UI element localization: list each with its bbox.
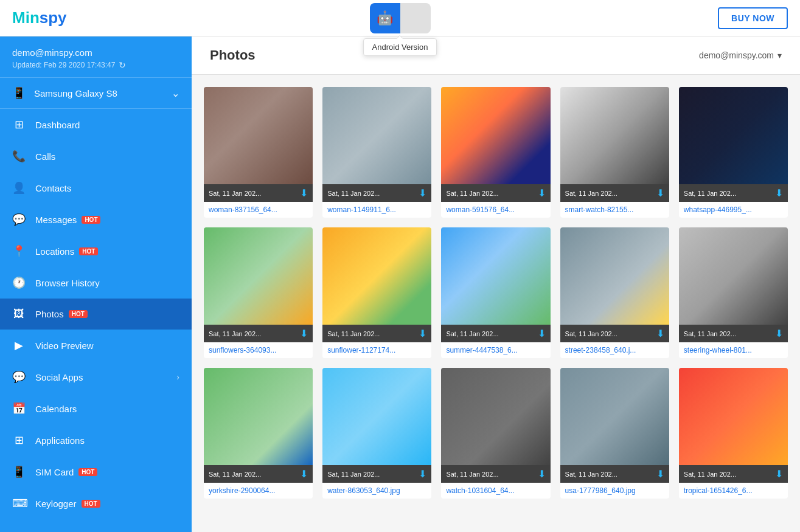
photo-card[interactable]: Sat, 11 Jan 202...⬇yorkshire-2900064... xyxy=(204,368,313,499)
content-header: Photos demo@minspy.com ▾ xyxy=(192,36,800,75)
sidebar-label-locations: Locations xyxy=(35,246,74,257)
photo-date: Sat, 11 Jan 202... xyxy=(209,190,261,197)
refresh-icon[interactable]: ↻ xyxy=(119,60,126,70)
photo-thumbnail xyxy=(679,368,788,465)
android-btn[interactable]: 🤖 xyxy=(370,3,400,33)
photo-download-button[interactable]: ⬇ xyxy=(300,187,308,199)
photo-date-bar: Sat, 11 Jan 202...⬇ xyxy=(679,325,788,342)
photo-download-button[interactable]: ⬇ xyxy=(538,187,546,199)
photo-date-bar: Sat, 11 Jan 202...⬇ xyxy=(441,184,550,202)
photo-filename: woman-591576_64... xyxy=(441,202,550,218)
photo-card[interactable]: Sat, 11 Jan 202...⬇watch-1031604_64... xyxy=(441,368,550,499)
sidebar-item-contacts[interactable]: 👤 Contacts xyxy=(0,172,192,204)
sidebar-item-locations[interactable]: 📍 Locations HOT xyxy=(0,235,192,267)
photo-card[interactable]: Sat, 11 Jan 202...⬇sunflower-1127174... xyxy=(322,227,431,358)
sidebar-item-video-preview[interactable]: ▶ Video Preview xyxy=(0,330,192,361)
photo-date: Sat, 11 Jan 202... xyxy=(684,330,736,337)
sidebar-label-social-apps: Social Apps xyxy=(35,372,83,382)
photo-card[interactable]: Sat, 11 Jan 202...⬇woman-1149911_6... xyxy=(322,87,431,218)
android-icon: 🤖 xyxy=(377,10,393,26)
chevron-down-icon: ▾ xyxy=(777,50,782,60)
user-dropdown[interactable]: demo@minspy.com ▾ xyxy=(699,50,782,60)
calls-icon: 📞 xyxy=(12,150,26,163)
sidebar-item-messages[interactable]: 💬 Messages HOT xyxy=(0,204,192,235)
photo-date: Sat, 11 Jan 202... xyxy=(684,471,736,478)
photo-date: Sat, 11 Jan 202... xyxy=(327,190,380,197)
photo-download-button[interactable]: ⬇ xyxy=(775,468,783,480)
sim-card-icon: 📱 xyxy=(12,465,26,478)
os-switcher: 🤖 Android Version xyxy=(370,3,431,33)
locations-icon: 📍 xyxy=(12,244,26,258)
sidebar-item-calls[interactable]: 📞 Calls xyxy=(0,140,192,172)
sidebar-label-calendars: Calendars xyxy=(35,404,77,414)
photo-thumbnail xyxy=(441,368,550,465)
dashboard-icon: ⊞ xyxy=(12,118,26,131)
photo-card[interactable]: Sat, 11 Jan 202...⬇street-238458_640.j..… xyxy=(560,227,669,358)
sidebar-item-dashboard[interactable]: ⊞ Dashboard xyxy=(0,109,192,140)
photo-filename: sunflowers-364093... xyxy=(204,342,313,358)
sidebar-item-browser-history[interactable]: 🕐 Browser History xyxy=(0,267,192,299)
photo-download-button[interactable]: ⬇ xyxy=(775,187,783,199)
device-selector[interactable]: 📱 Samsung Galaxy S8 ⌄ xyxy=(0,78,192,109)
sidebar-item-calendars[interactable]: 📅 Calendars xyxy=(0,393,192,424)
photo-card[interactable]: Sat, 11 Jan 202...⬇steering-wheel-801... xyxy=(679,227,788,358)
video-preview-icon: ▶ xyxy=(12,339,26,352)
photo-download-button[interactable]: ⬇ xyxy=(419,468,426,480)
locations-badge: HOT xyxy=(79,247,98,255)
photo-card[interactable]: Sat, 11 Jan 202...⬇woman-591576_64... xyxy=(441,87,550,218)
photo-download-button[interactable]: ⬇ xyxy=(300,468,308,480)
photo-download-button[interactable]: ⬇ xyxy=(656,328,664,339)
sidebar-item-photos[interactable]: 🖼 Photos HOT xyxy=(0,299,192,330)
photo-thumbnail xyxy=(441,227,550,325)
photo-download-button[interactable]: ⬇ xyxy=(656,187,664,199)
photo-filename: usa-1777986_640.jpg xyxy=(560,483,669,499)
photo-card[interactable]: Sat, 11 Jan 202...⬇woman-837156_64... xyxy=(204,87,313,218)
photo-date: Sat, 11 Jan 202... xyxy=(446,471,498,478)
photo-download-button[interactable]: ⬇ xyxy=(419,328,426,339)
logo: Minspy xyxy=(12,9,67,27)
photo-filename: street-238458_640.j... xyxy=(560,342,669,358)
content-area: Photos demo@minspy.com ▾ Sat, 11 Jan 202… xyxy=(192,36,800,532)
ios-btn[interactable] xyxy=(400,3,431,33)
photo-card[interactable]: Sat, 11 Jan 202...⬇summer-4447538_6... xyxy=(441,227,550,358)
photo-card[interactable]: Sat, 11 Jan 202...⬇water-863053_640.jpg xyxy=(322,368,431,499)
sim-badge: HOT xyxy=(78,468,97,476)
photo-date: Sat, 11 Jan 202... xyxy=(446,330,498,337)
sidebar-label-dashboard: Dashboard xyxy=(35,120,80,130)
photo-thumbnail xyxy=(441,87,550,184)
buy-now-button[interactable]: BUY NOW xyxy=(718,7,788,29)
android-tooltip: Android Version xyxy=(363,38,437,56)
photo-date-bar: Sat, 11 Jan 202...⬇ xyxy=(322,325,431,342)
calendars-icon: 📅 xyxy=(12,402,26,415)
photo-card[interactable]: Sat, 11 Jan 202...⬇whatsapp-446995_... xyxy=(679,87,788,218)
photo-grid-container: Sat, 11 Jan 202...⬇woman-837156_64...Sat… xyxy=(192,75,800,511)
sidebar-label-browser-history: Browser History xyxy=(35,278,100,288)
photo-card[interactable]: Sat, 11 Jan 202...⬇smart-watch-82155... xyxy=(560,87,669,218)
photo-card[interactable]: Sat, 11 Jan 202...⬇tropical-1651426_6... xyxy=(679,368,788,499)
photo-grid: Sat, 11 Jan 202...⬇woman-837156_64...Sat… xyxy=(204,87,788,499)
sidebar-item-social-apps[interactable]: 💬 Social Apps › xyxy=(0,361,192,393)
messages-icon: 💬 xyxy=(12,213,26,226)
photo-download-button[interactable]: ⬇ xyxy=(538,328,546,339)
photo-date: Sat, 11 Jan 202... xyxy=(446,190,498,197)
photo-filename: steering-wheel-801... xyxy=(679,342,788,358)
photo-date-bar: Sat, 11 Jan 202...⬇ xyxy=(679,184,788,202)
photo-date: Sat, 11 Jan 202... xyxy=(565,190,617,197)
sidebar-item-sim-card[interactable]: 📱 SIM Card HOT xyxy=(0,456,192,488)
photo-card[interactable]: Sat, 11 Jan 202...⬇usa-1777986_640.jpg xyxy=(560,368,669,499)
photo-download-button[interactable]: ⬇ xyxy=(656,468,664,480)
photo-download-button[interactable]: ⬇ xyxy=(300,328,308,339)
sidebar-item-keylogger[interactable]: ⌨ Keylogger HOT xyxy=(0,488,192,519)
photo-card[interactable]: Sat, 11 Jan 202...⬇sunflowers-364093... xyxy=(204,227,313,358)
photo-date-bar: Sat, 11 Jan 202...⬇ xyxy=(204,184,313,202)
photo-download-button[interactable]: ⬇ xyxy=(419,187,426,199)
sidebar-item-applications[interactable]: ⊞ Applications xyxy=(0,424,192,456)
photo-filename: water-863053_640.jpg xyxy=(322,483,431,499)
photo-filename: yorkshire-2900064... xyxy=(204,483,313,499)
photo-download-button[interactable]: ⬇ xyxy=(775,328,783,339)
photo-date: Sat, 11 Jan 202... xyxy=(684,190,736,197)
photo-download-button[interactable]: ⬇ xyxy=(538,468,546,480)
photos-badge: HOT xyxy=(69,310,88,318)
main-layout: demo@minspy.com Updated: Feb 29 2020 17:… xyxy=(0,36,800,532)
keylogger-icon: ⌨ xyxy=(12,497,26,510)
